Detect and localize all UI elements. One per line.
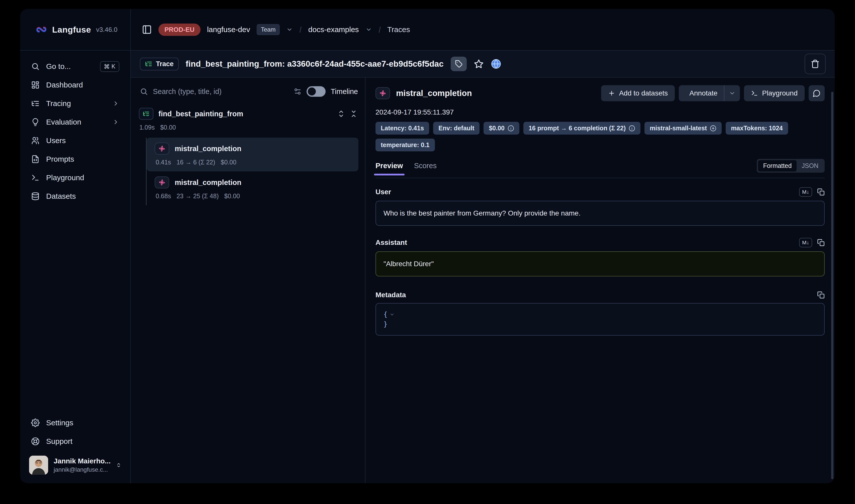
chevron-right-icon [112, 100, 119, 107]
playground-button[interactable]: Playground [744, 85, 805, 101]
sidebar-item-playground[interactable]: Playground [26, 168, 124, 187]
annotate-split-button: Annotate [679, 85, 740, 101]
list-tree-icon [31, 99, 40, 108]
delete-trace-button[interactable] [805, 54, 826, 74]
tree-item-generation-1[interactable]: mistral_completion 0.41s 16 → 6 (Σ 22) $… [147, 138, 358, 172]
metadata-section-label: Metadata [375, 291, 406, 299]
observation-tree: find_best_painting_from 1.09s $0.00 [137, 108, 360, 205]
breadcrumb-org[interactable]: langfuse-dev [207, 25, 250, 34]
trace-badge-label: Trace [156, 60, 174, 68]
chevron-down-icon[interactable] [286, 26, 293, 33]
user-message-text: Who is the best painter from Germany? On… [384, 209, 581, 217]
sidebar-item-goto[interactable]: Go to... K [26, 57, 124, 76]
breadcrumb-section[interactable]: Traces [387, 25, 410, 34]
goto-shortcut-badge: K [100, 61, 119, 72]
breadcrumb: PROD-EU langfuse-dev Team / docs-example… [131, 9, 835, 51]
detail-scrollbar[interactable] [831, 92, 834, 479]
timeline-toggle[interactable] [306, 86, 326, 97]
markdown-toggle-button[interactable]: M↓ [799, 187, 812, 197]
app-window: Langfuse v3.46.0 Go to... K Dashboard [20, 9, 835, 483]
sidebar-item-tracing[interactable]: Tracing [26, 94, 124, 113]
globe-icon[interactable] [491, 59, 501, 69]
model-badge[interactable]: mistral-small-latest [644, 122, 722, 134]
breadcrumb-separator: / [379, 25, 381, 35]
sidebar-item-label: Settings [46, 418, 73, 427]
tab-scores[interactable]: Scores [414, 162, 437, 170]
shortcut-key: K [111, 63, 115, 70]
file-code-icon [31, 155, 40, 163]
sidebar: Langfuse v3.46.0 Go to... K Dashboard [20, 9, 131, 483]
unfold-vertical-icon[interactable] [337, 110, 345, 118]
lightbulb-icon [31, 118, 40, 126]
users-icon [31, 136, 40, 145]
copy-icon[interactable] [817, 239, 825, 246]
tree-root-name: find_best_painting_from [158, 110, 243, 118]
tree-item-generation-2[interactable]: mistral_completion 0.68s 23 → 25 (Σ 48) … [147, 172, 358, 205]
sidebar-item-support[interactable]: Support [26, 432, 124, 451]
sidebar-item-dashboard[interactable]: Dashboard [26, 76, 124, 94]
langfuse-logo-icon [36, 24, 47, 35]
terminal-icon [31, 174, 40, 182]
format-toggle: Formatted JSON [757, 159, 825, 173]
sliders-icon[interactable] [293, 88, 302, 95]
latency-badge: Latency: 0.41s [375, 122, 429, 134]
tab-preview[interactable]: Preview [375, 162, 403, 170]
format-toggle-json[interactable]: JSON [797, 160, 823, 172]
tree-root-row[interactable]: find_best_painting_from [137, 108, 360, 120]
tag-button[interactable] [451, 57, 467, 71]
content-row: Timeline find_best_painting_from [131, 78, 835, 483]
observation-badges: Latency: 0.41s Env: default $0.00 16 pro… [375, 122, 825, 151]
command-icon [104, 64, 109, 69]
tree-children: mistral_completion 0.41s 16 → 6 (Σ 22) $… [146, 138, 360, 205]
tree-item-name: mistral_completion [175, 178, 242, 187]
comments-button[interactable] [808, 85, 825, 101]
sidebar-item-users[interactable]: Users [26, 131, 124, 150]
list-tree-icon [145, 60, 153, 68]
panel-left-icon[interactable] [142, 24, 152, 35]
detail-actions: Add to datasets Annotate [601, 85, 825, 101]
annotate-button[interactable]: Annotate [679, 85, 724, 101]
tokens-badge[interactable]: 16 prompt → 6 completion (Σ 22) [523, 122, 640, 134]
trace-type-badge: Trace [140, 58, 179, 70]
markdown-toggle-button[interactable]: M↓ [799, 238, 812, 247]
breadcrumb-separator: / [300, 25, 302, 35]
profile-texts: Jannik Maierho... jannik@langfuse.c... [54, 457, 110, 473]
tree-fold-controls [337, 110, 357, 118]
sidebar-item-label: Evaluation [46, 118, 81, 126]
star-icon[interactable] [474, 59, 484, 69]
search-input[interactable] [153, 88, 288, 96]
pinwheel-icon [158, 145, 166, 152]
sidebar-item-settings[interactable]: Settings [26, 414, 124, 432]
sidebar-item-label: Tracing [46, 99, 71, 108]
chevron-down-icon[interactable] [366, 26, 372, 33]
sidebar-item-label: Support [46, 437, 72, 446]
copy-icon[interactable] [817, 188, 825, 196]
cost-badge[interactable]: $0.00 [483, 122, 519, 134]
metadata-json-box: { } [375, 303, 825, 336]
sidebar-item-evaluation[interactable]: Evaluation [26, 113, 124, 131]
info-icon [629, 125, 635, 131]
avatar [29, 456, 48, 475]
database-icon [31, 192, 40, 200]
profile-name: Jannik Maierho... [54, 457, 110, 465]
sidebar-item-prompts[interactable]: Prompts [26, 150, 124, 168]
fold-vertical-icon[interactable] [350, 110, 357, 118]
breadcrumb-project[interactable]: docs-examples [308, 25, 359, 34]
user-message-box: Who is the best painter from Germany? On… [375, 201, 825, 226]
sidebar-item-datasets[interactable]: Datasets [26, 187, 124, 205]
copy-icon[interactable] [817, 291, 825, 299]
metadata-close-brace: } [384, 319, 388, 329]
circle-plus-icon [710, 125, 716, 131]
add-to-datasets-button[interactable]: Add to datasets [601, 85, 675, 101]
assistant-message-box: "Albrecht Dürer" [375, 251, 825, 276]
gear-icon [31, 418, 40, 427]
screen: Langfuse v3.46.0 Go to... K Dashboard [0, 0, 855, 504]
playground-label: Playground [762, 89, 798, 97]
root-cost: $0.00 [160, 124, 176, 131]
metadata-section-header: Metadata [375, 291, 825, 299]
sidebar-spacer [20, 205, 130, 414]
chevron-down-icon[interactable] [390, 312, 394, 317]
annotate-dropdown-button[interactable] [725, 85, 740, 101]
profile-menu[interactable]: Jannik Maierho... jannik@langfuse.c... [26, 456, 124, 475]
format-toggle-formatted[interactable]: Formatted [758, 160, 797, 172]
